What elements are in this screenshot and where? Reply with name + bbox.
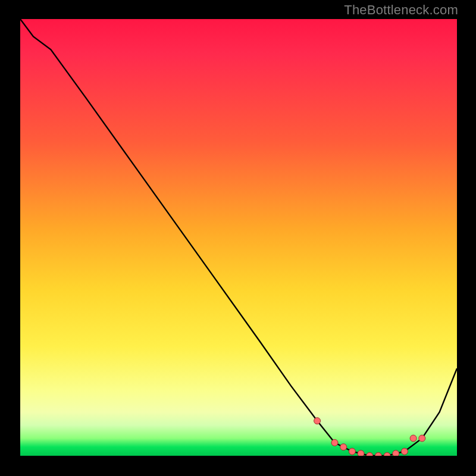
curve-marker	[401, 448, 408, 455]
chart-stage: TheBottleneck.com	[0, 0, 476, 476]
curve-svg	[20, 19, 457, 456]
curve-marker	[367, 453, 373, 456]
curve-marker	[410, 435, 416, 441]
curve-layer	[20, 19, 457, 456]
watermark-text: TheBottleneck.com	[344, 2, 458, 18]
curve-marker	[358, 450, 364, 456]
curve-marker	[331, 440, 338, 446]
curve-marker	[375, 453, 381, 456]
gradient-plot-area	[20, 19, 457, 456]
curve-marker	[340, 444, 347, 450]
curve-marker	[349, 448, 355, 455]
bottleneck-curve	[20, 19, 457, 456]
curve-marker	[393, 450, 399, 456]
curve-marker	[384, 453, 390, 456]
curve-marker	[314, 418, 321, 424]
marker-layer	[314, 418, 425, 456]
curve-marker	[419, 435, 425, 441]
